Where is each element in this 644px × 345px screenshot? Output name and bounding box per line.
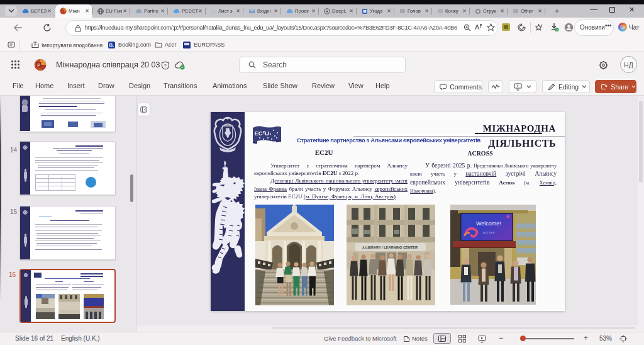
svg-text:EC2U: EC2U [255,130,270,137]
svg-text:⅄ LIBRARY / LEARNING CENTER: ⅄ LIBRARY / LEARNING CENTER [362,246,418,249]
svg-text:Welcome!: Welcome! [476,220,501,227]
svg-text:?: ? [164,63,167,69]
svg-text:across: across [483,231,495,234]
svg-text:P: P [37,62,40,68]
